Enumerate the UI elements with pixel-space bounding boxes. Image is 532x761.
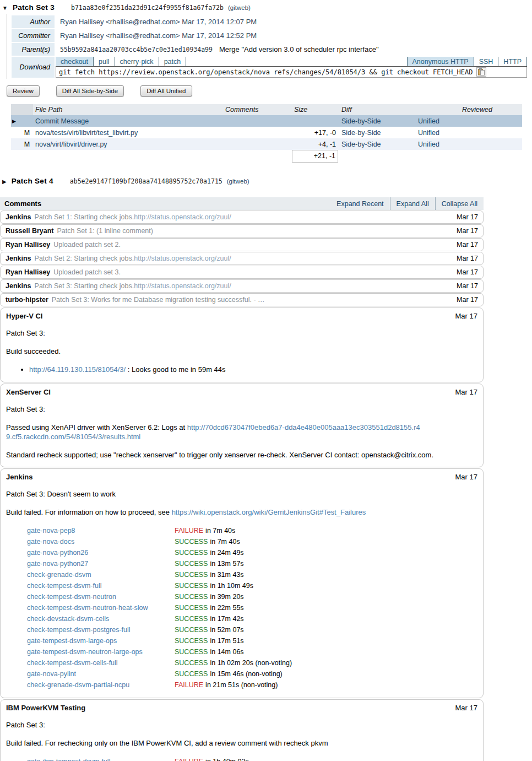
patchset4-collapsed-triangle-icon[interactable]: ▶ [2,179,7,185]
comment-summary: Patch Set 1: Starting check jobs. [35,213,134,221]
test-status: SUCCESS [175,659,208,667]
test-status: FAILURE [175,527,203,535]
test-job-link[interactable]: check-devstack-dsvm-cells [27,615,175,623]
collapsed-comment-row[interactable]: Ryan Hallisey Uploaded patch set 2. Mar … [0,238,484,251]
download-scheme-tab[interactable]: pull [94,57,115,66]
comment-date: Mar 17 [452,213,478,221]
test-result-row: gate-tempest-dsvm-large-ops SUCCESSin 17… [27,635,477,646]
download-protocol-tab[interactable]: SSH [474,57,499,66]
test-status: SUCCESS [175,549,208,557]
tab-spacer [186,57,407,66]
file-path-link[interactable]: nova/virt/libvirt/driver.py [35,141,107,148]
test-job-link[interactable]: check-grenade-dsvm-partial-ncpu [27,681,175,689]
test-duration: in 31m 43s [210,571,243,579]
test-job-link[interactable]: check-grenade-dsvm [27,571,175,579]
action-button[interactable]: Diff All Unified [140,85,192,96]
collapsed-comment-row[interactable]: turbo-hipster Patch Set 3: Works for me … [0,293,484,306]
patchset4-title: Patch Set 4 [12,177,53,185]
test-result-row: check-tempest-dsvm-neutron SUCCESSin 39m… [27,591,477,602]
diff-side-by-side-link[interactable]: Side-by-Side [341,141,381,148]
diff-side-by-side-link[interactable]: Side-by-Side [341,129,381,137]
patchset3-info-table: Author Ryan Hallisey <rhallise@redhat.co… [12,15,532,78]
comments-action-link[interactable]: Collapse All [435,197,484,210]
test-duration: in 13m 57s [210,560,243,568]
patchset3-gitweb-link[interactable]: (gitweb) [228,4,251,11]
diff-unified-link[interactable]: Unified [418,141,439,148]
paragraph-text: Passed using XenAPI driver with XenServe… [6,423,187,431]
parent-commit-subject: Merge "Add version 3.0 of scheduler rpc … [219,45,379,53]
bullet-text: : Looks good to me in 59m 44s [126,365,225,374]
collapsed-comment-row[interactable]: Ryan Hallisey Uploaded patch set 3. Mar … [0,266,484,279]
test-job-link[interactable]: gate-nova-docs [27,538,175,546]
download-label: Download [12,57,55,78]
comment-author: Ryan Hallisey [6,241,50,249]
diff-unified-link[interactable]: Unified [418,129,439,137]
patchset4-gitweb-link[interactable]: (gitweb) [227,178,249,185]
test-job-link[interactable]: check-tempest-dsvm-postgres-full [27,626,175,634]
action-button[interactable]: Diff All Side-by-Side [56,85,124,96]
test-job-link[interactable]: gate-nova-pep8 [27,527,175,535]
comment-paragraph: Build succeeded. [6,347,477,357]
test-job-link[interactable]: gate-tempest-dsvm-neutron-large-ops [27,648,175,656]
test-status: FAILURE [175,681,203,689]
comment-paragraph: Standard recheck supported; use "recheck… [6,450,480,460]
test-job-link[interactable]: check-tempest-dsvm-neutron [27,593,175,601]
test-duration: in 1h 02m 20s (non-voting) [210,659,292,667]
patchset3-expanded-triangle-icon[interactable]: ▼ [2,5,8,11]
comment-paragraph: Patch Set 3: [6,328,477,338]
test-job-link[interactable]: check-tempest-dsvm-full [27,582,175,590]
file-size: +17, -0 [292,129,338,137]
test-job-link[interactable]: gate-nova-python26 [27,549,175,557]
collapsed-comments: Jenkins Patch Set 1: Starting check jobs… [0,211,484,306]
download-protocol-tab[interactable]: Anonymous HTTP [408,57,474,66]
comment-summary: Patch Set 1: (1 inline comment) [57,227,153,235]
download-scheme-tab[interactable]: checkout [56,57,94,66]
action-button[interactable]: Review [7,85,40,96]
comment-author: Jenkins [6,255,31,262]
comment-author: XenServer CI [6,388,51,396]
test-duration: in 1h 10m 49s [210,582,253,590]
test-job-link[interactable]: check-tempest-dsvm-neutron-heat-slow [27,604,175,612]
test-job-link[interactable]: gate-ibm-tempest-dsvm-full [27,758,175,761]
test-job-link[interactable]: gate-nova-python27 [27,560,175,568]
test-duration: in 7m 40s [210,538,240,546]
download-command: git fetch https://review.openstack.org/o… [59,68,473,76]
file-path-link[interactable]: nova/tests/virt/libvirt/test_libvirt.py [35,129,138,137]
file-row[interactable]: ▶ Commit Message Side-by-Side Unified [11,115,522,127]
comments-action-link[interactable]: Expand Recent [330,197,389,210]
download-scheme-tab[interactable]: patch [159,57,187,66]
file-row[interactable]: M nova/tests/virt/libvirt/test_libvirt.p… [11,127,522,138]
comment-summary-link: http://status.openstack.org/zuul/ [134,255,231,262]
file-row[interactable]: M nova/virt/libvirt/driver.py +4, -1 Sid… [11,138,522,150]
copy-to-clipboard-icon[interactable] [476,67,486,77]
test-job-link[interactable]: gate-nova-pylint [27,670,175,678]
comment-author: Ryan Hallisey [6,268,50,276]
collapsed-comment-row[interactable]: Russell Bryant Patch Set 1: (1 inline co… [0,224,484,238]
comment-date: Mar 17 [452,296,478,304]
test-result-row: gate-tempest-dsvm-neutron-large-ops SUCC… [27,646,477,657]
diff-side-by-side-link[interactable]: Side-by-Side [341,117,381,125]
patchset4-header: ▶ Patch Set 4 ab5e2e9147f109bf208aa74148… [0,174,532,187]
download-protocol-tab[interactable]: HTTP [498,57,527,66]
download-area: checkoutpullcherry-pickpatch Anonymous H… [55,57,523,78]
test-result-row: check-tempest-dsvm-postgres-full SUCCESS… [27,624,477,635]
test-result-row: gate-ibm-tempest-dsvm-full FAILUREin 1h … [27,756,477,761]
test-job-link[interactable]: gate-tempest-dsvm-large-ops [27,637,175,645]
comment-date: Mar 17 [451,388,477,396]
wiki-link[interactable]: https://wiki.openstack.org/wiki/GerritJe… [172,508,366,516]
test-job-link[interactable]: check-tempest-dsvm-cells-full [27,659,175,667]
parents-label: Parent(s) [12,43,55,56]
comments-actions: Expand RecentExpand AllCollapse All [330,197,484,210]
diff-unified-link[interactable]: Unified [418,117,439,125]
comment-date: Mar 17 [452,268,478,276]
test-result-row: gate-nova-pep8 FAILUREin 7m 40s [27,525,477,536]
test-result-row: check-tempest-dsvm-full SUCCESSin 1h 10m… [27,580,477,591]
collapsed-comment-row[interactable]: Jenkins Patch Set 2: Starting check jobs… [0,252,484,265]
collapsed-comment-row[interactable]: Jenkins Patch Set 3: Starting check jobs… [0,279,484,293]
comment-author: Jenkins [6,213,31,221]
comments-action-link[interactable]: Expand All [390,197,435,210]
download-scheme-tab[interactable]: cherry-pick [115,57,159,66]
build-result-link[interactable]: http://64.119.130.115/81054/3/ [29,365,126,374]
file-path-link[interactable]: Commit Message [35,117,89,125]
collapsed-comment-row[interactable]: Jenkins Patch Set 1: Starting check jobs… [0,211,484,224]
